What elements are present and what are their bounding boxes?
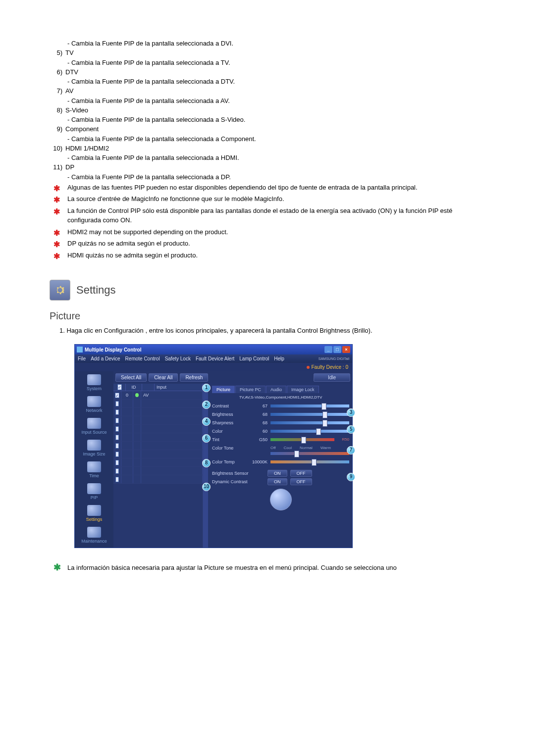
clear-all-button[interactable]: Clear All xyxy=(149,373,178,382)
sharpness-row: Sharpness 68 xyxy=(212,418,349,427)
menu-file[interactable]: File xyxy=(78,356,86,361)
tab-image-lock[interactable]: Image Lock xyxy=(287,386,319,393)
tone-off[interactable]: Off xyxy=(270,446,276,450)
tone-warm[interactable]: Warm xyxy=(321,446,331,450)
tab-picture[interactable]: Picture xyxy=(212,386,235,393)
image-size-icon xyxy=(87,440,101,451)
brightness-sensor-row: Brightness Sensor ON OFF xyxy=(212,469,349,477)
window-title: Multiple Display Control xyxy=(85,347,323,353)
grid-header-id: ID xyxy=(126,384,142,391)
footer-note: ✱ La información básica necesaria para a… xyxy=(50,563,485,573)
sidebar-item-settings[interactable]: Settings xyxy=(79,504,109,524)
note: ✱La source d'entrée de MagicInfo ne fonc… xyxy=(50,194,485,204)
callout-1: 1 xyxy=(202,384,211,392)
select-all-button[interactable]: Select All xyxy=(115,373,147,382)
grid-header-input: Input xyxy=(155,384,203,391)
menu-safety-lock[interactable]: Safety Lock xyxy=(165,356,191,361)
callout-4: 4 xyxy=(202,417,211,426)
status-dot-icon xyxy=(135,393,139,397)
window-titlebar: Multiple Display Control _ □ × xyxy=(75,345,352,354)
mdc-window: Multiple Display Control _ □ × File Add … xyxy=(74,344,353,548)
item-description: - Cambia la Fuente PIP de la pantalla se… xyxy=(50,40,485,47)
tab-picture-pc[interactable]: Picture PC xyxy=(235,386,266,393)
app-icon xyxy=(77,347,83,353)
callout-6: 6 xyxy=(202,434,211,443)
fault-indicator-icon xyxy=(307,366,310,369)
dcontrast-on-button[interactable]: ON xyxy=(268,478,287,485)
note: ✱DP quizás no se admita según el product… xyxy=(50,239,485,249)
brand-label: SAMSUNG DIGITall xyxy=(319,357,349,360)
sidebar-item-network[interactable]: Network xyxy=(79,395,109,415)
star-icon: ✱ xyxy=(54,251,60,262)
dynamic-contrast-row: Dynamic Contrast ON OFF xyxy=(212,477,349,486)
note: ✱La función de Control PIP sólo está dis… xyxy=(50,206,485,225)
menu-fault-alert[interactable]: Fault Device Alert xyxy=(196,356,234,361)
note: ✱Algunas de las fuentes PIP pueden no es… xyxy=(50,183,485,193)
sidebar-item-input-source[interactable]: Input Source xyxy=(79,417,109,437)
tone-cool[interactable]: Cool xyxy=(284,446,292,450)
enter-button[interactable] xyxy=(270,489,292,510)
star-icon: ✱ xyxy=(54,194,60,206)
row-checkbox[interactable] xyxy=(115,393,119,398)
grid-header-check[interactable] xyxy=(113,384,126,391)
dcontrast-off-button[interactable]: OFF xyxy=(290,478,312,485)
note: ✱HDMI2 may not be supported depending on… xyxy=(50,227,485,237)
bsensor-on-button[interactable]: ON xyxy=(268,470,287,477)
table-row[interactable]: 0 AV xyxy=(113,391,203,400)
color-row: Color 60 xyxy=(212,427,349,435)
device-grid: ID Input 0 AV xyxy=(113,384,203,548)
close-button[interactable]: × xyxy=(342,346,350,353)
network-icon xyxy=(87,396,101,407)
grid-header-status xyxy=(142,384,155,391)
section-title: Settings xyxy=(76,284,116,297)
sidebar-item-system[interactable]: System xyxy=(79,373,109,393)
settings-icon xyxy=(50,280,70,301)
sidebar-item-pip[interactable]: PIP xyxy=(79,482,109,502)
menu-lamp-control[interactable]: Lamp Control xyxy=(239,356,269,361)
sidebar-item-time[interactable]: Time xyxy=(79,460,109,480)
idle-indicator: Idle xyxy=(314,373,350,382)
item-description: - Cambia la Fuente PIP de la pantalla se… xyxy=(50,78,485,85)
list-item: 5)TV xyxy=(50,48,485,58)
maximize-button[interactable]: □ xyxy=(333,346,341,353)
refresh-button[interactable]: Refresh xyxy=(180,373,208,382)
note: ✱HDMI quizás no se admita según el produ… xyxy=(50,251,485,260)
contrast-row: Contrast 67 xyxy=(212,402,349,410)
tone-normal[interactable]: Normal xyxy=(300,446,313,450)
time-icon xyxy=(87,461,101,472)
menubar: File Add a Device Remote Control Safety … xyxy=(75,354,352,363)
color-tone-slider[interactable] xyxy=(270,452,349,455)
tint-slider[interactable] xyxy=(270,438,334,441)
contrast-slider[interactable] xyxy=(270,404,349,407)
star-icon: ✱ xyxy=(54,227,60,239)
tab-audio[interactable]: Audio xyxy=(266,386,286,393)
sharpness-slider[interactable] xyxy=(270,421,349,424)
item-description: - Cambia la Fuente PIP de la pantalla se… xyxy=(50,97,485,104)
row-input: AV xyxy=(141,391,203,399)
sidebar: System Network Input Source Image Size T… xyxy=(75,371,113,548)
item-description: - Cambia la Fuente PIP de la pantalla se… xyxy=(50,135,485,143)
callout-8: 8 xyxy=(202,459,211,467)
step-text: 1. Haga clic en Configuración , entre lo… xyxy=(50,327,485,334)
settings-panel: Picture Picture PC Audio Image Lock TV,A… xyxy=(208,384,352,548)
bsensor-off-button[interactable]: OFF xyxy=(290,470,312,477)
section-heading: Settings xyxy=(50,280,485,301)
callout-3: 3 xyxy=(347,408,355,417)
list-item: 9)Component xyxy=(50,124,485,134)
toolbar: Select All Clear All Refresh Idle xyxy=(113,371,352,384)
minimize-button[interactable]: _ xyxy=(324,346,332,353)
menu-remote-control[interactable]: Remote Control xyxy=(125,356,160,361)
sidebar-item-image-size[interactable]: Image Size xyxy=(79,439,109,458)
star-icon: ✱ xyxy=(54,561,61,574)
star-icon: ✱ xyxy=(54,239,60,251)
brightness-slider[interactable] xyxy=(270,413,349,416)
sidebar-item-maintenance[interactable]: Maintenance xyxy=(79,526,109,546)
brightness-row: Brightness 68 xyxy=(212,410,349,418)
callout-7: 7 xyxy=(347,446,355,454)
color-slider[interactable] xyxy=(270,430,349,433)
menu-add-device[interactable]: Add a Device xyxy=(91,356,120,361)
menu-help[interactable]: Help xyxy=(274,356,284,361)
star-icon: ✱ xyxy=(54,206,60,218)
star-icon: ✱ xyxy=(54,183,60,195)
color-temp-slider[interactable] xyxy=(270,460,349,463)
